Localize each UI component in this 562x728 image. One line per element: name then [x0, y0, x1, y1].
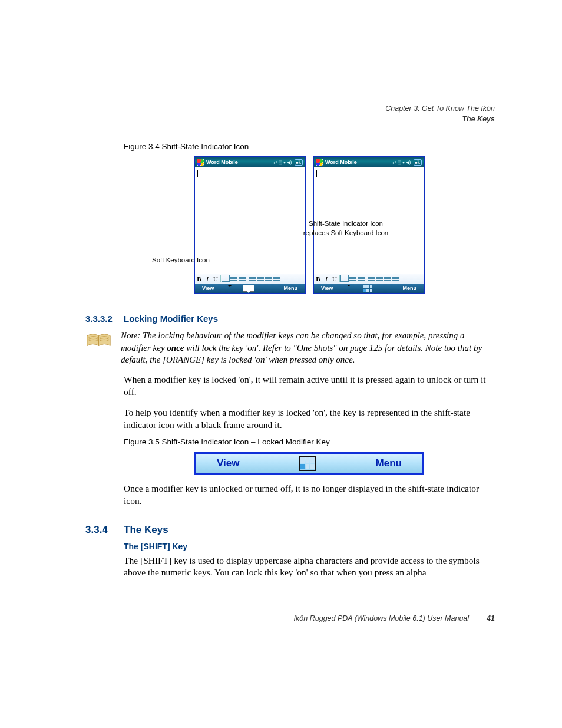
chapter-label: Chapter 3: Get To Know The Ikôn — [85, 103, 495, 114]
indent-icon — [392, 275, 400, 282]
menu-bar-large: View Menu — [194, 452, 424, 475]
arrow-icon — [349, 239, 349, 288]
body-paragraph: When a modifier key is locked 'on', it w… — [124, 374, 495, 398]
status-icons: ⇄ ░ ▾ ◀) — [392, 160, 411, 165]
device-screenshot-left: Word Mobile ⇄ ░ ▾ ◀) ok B I U View — [194, 156, 306, 294]
underline-icon: U — [330, 275, 339, 282]
align-icon — [340, 275, 349, 283]
menu-label: Menu — [402, 285, 416, 291]
ok-button: ok — [295, 159, 303, 166]
note-book-icon — [85, 331, 115, 353]
note-block: Note: The locking behaviour of the modif… — [85, 330, 495, 365]
start-icon — [197, 159, 204, 166]
app-title: Word Mobile — [325, 159, 390, 165]
align2-icon — [230, 275, 238, 282]
section-title: The Keys — [124, 524, 168, 536]
app-title: Word Mobile — [206, 159, 271, 165]
shift-state-icon — [363, 285, 372, 292]
page-footer: Ikôn Rugged PDA (Windows Mobile 6.1) Use… — [85, 614, 495, 622]
view-label: View — [321, 285, 333, 291]
shift-state-locked-icon — [300, 457, 315, 470]
section-label: The Keys — [85, 114, 495, 124]
numbers-icon — [256, 275, 265, 282]
bold-icon: B — [314, 275, 322, 282]
text-cursor — [197, 170, 198, 177]
align3-icon — [357, 275, 365, 282]
outdent-icon — [265, 275, 273, 282]
body-paragraph: Once a modifier key is unlocked or turne… — [124, 483, 495, 508]
status-icons: ⇄ ░ ▾ ◀) — [273, 160, 292, 165]
view-label: View — [202, 285, 214, 291]
ok-button: ok — [414, 159, 422, 166]
body-paragraph: The [SHIFT] key is used to display upper… — [124, 555, 495, 579]
arrow-icon — [230, 265, 230, 288]
section-3-3-3-2-heading: 3.3.3.2 Locking Modifier Keys — [85, 314, 495, 324]
text-cursor — [316, 170, 317, 177]
menu-bar: View Menu — [314, 284, 424, 293]
italic-icon: I — [322, 275, 330, 282]
note-text: Note: The locking behaviour of the modif… — [121, 330, 495, 365]
callout-shift-state: Shift-State Indicator Icon replaces Soft… — [296, 219, 396, 238]
section-3-3-4-heading: 3.3.4 The Keys — [85, 524, 495, 536]
start-icon — [316, 159, 323, 166]
indent-icon — [273, 275, 281, 282]
figure-3-5-caption: Figure 3.5 Shift-State Indicator Icon – … — [124, 437, 495, 446]
align3-icon — [238, 275, 246, 282]
underline-icon: U — [211, 275, 220, 282]
page-number: 41 — [487, 614, 495, 622]
figure-3-5: View Menu — [124, 452, 495, 475]
italic-icon: I — [203, 275, 211, 282]
running-header: Chapter 3: Get To Know The Ikôn The Keys — [85, 103, 495, 124]
view-label: View — [217, 457, 239, 469]
format-toolbar: B I U — [195, 274, 305, 284]
section-number: 3.3.4 — [85, 524, 124, 536]
menu-label: Menu — [376, 457, 402, 469]
format-toolbar: B I U — [314, 274, 424, 284]
title-bar: Word Mobile ⇄ ░ ▾ ◀) ok — [195, 157, 305, 167]
bullets-icon — [367, 275, 375, 282]
section-title: Locking Modifier Keys — [124, 314, 218, 324]
body-paragraph: To help you identify when a modifier key… — [124, 407, 495, 431]
outdent-icon — [384, 275, 392, 282]
menu-bar: View Menu — [195, 284, 305, 293]
title-bar: Word Mobile ⇄ ░ ▾ ◀) ok — [314, 157, 424, 167]
align2-icon — [349, 275, 357, 282]
soft-keyboard-icon — [243, 285, 254, 292]
align-icon — [222, 275, 230, 283]
footer-text: Ikôn Rugged PDA (Windows Mobile 6.1) Use… — [294, 614, 469, 622]
bullets-icon — [248, 275, 256, 282]
figure-3-4-caption: Figure 3.4 Shift-State Indicator Icon — [124, 142, 495, 151]
figure-3-4: Word Mobile ⇄ ░ ▾ ◀) ok B I U View — [124, 156, 495, 297]
menu-label: Menu — [283, 285, 297, 291]
numbers-icon — [375, 275, 384, 282]
bold-icon: B — [195, 275, 203, 282]
callout-soft-keyboard: Soft Keyboard Icon — [152, 256, 210, 265]
section-number: 3.3.3.2 — [85, 314, 124, 324]
subheading-shift-key: The [SHIFT] Key — [124, 542, 495, 551]
